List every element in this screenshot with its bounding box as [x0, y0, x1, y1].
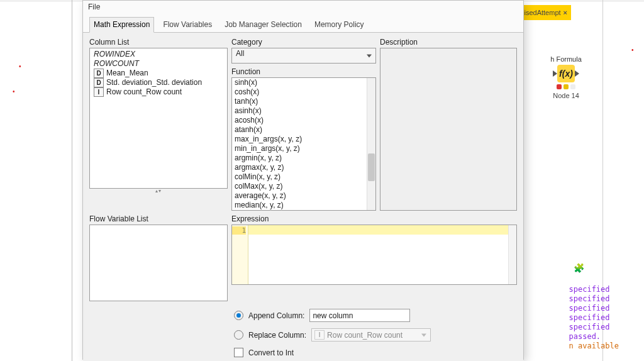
- column-item-text: Row count_Row count: [106, 87, 182, 97]
- column-item-mean[interactable]: D Mean_Mean: [92, 69, 225, 78]
- function-list[interactable]: sinh(x) cosh(x) tanh(x) asinh(x) acosh(x…: [231, 77, 376, 211]
- column-item-text: ROWINDEX: [94, 50, 135, 59]
- category-value: All: [236, 49, 244, 58]
- function-item[interactable]: sinh(x): [232, 78, 375, 87]
- type-double-icon: D: [94, 78, 104, 87]
- chevron-down-icon: [421, 333, 426, 336]
- flow-variable-section: Flow Variable List: [89, 214, 228, 301]
- node-output-port[interactable]: [575, 70, 579, 77]
- expression-label: Expression: [231, 214, 517, 225]
- append-column-value: new column: [313, 311, 353, 320]
- palette-icon[interactable]: 🧩: [574, 263, 584, 273]
- close-icon[interactable]: ×: [564, 9, 567, 16]
- function-item[interactable]: asinh(x): [232, 106, 375, 116]
- append-column-label: Append Column:: [248, 311, 304, 320]
- replace-column-value: Row count_Row count: [327, 331, 402, 340]
- log-line: specified: [569, 304, 619, 313]
- dialog-body: Column List ROWINDEX ROWCOUNT D Mean_Mea…: [83, 33, 523, 361]
- description-box: [380, 48, 517, 211]
- append-column-radio[interactable]: [234, 311, 243, 320]
- column-item-text: Std. deviation_Std. deviation: [106, 78, 202, 87]
- convert-to-int-checkbox[interactable]: [234, 348, 243, 357]
- status-warn-icon: [564, 84, 569, 89]
- function-item[interactable]: acosh(x): [232, 116, 375, 125]
- decoration-dot: •: [631, 47, 634, 53]
- function-item[interactable]: min_in_args(x, y, z): [232, 144, 375, 153]
- node-input-port[interactable]: [553, 70, 557, 77]
- function-item[interactable]: max_in_args(x, y, z): [232, 135, 375, 144]
- decoration-dot: •: [13, 88, 15, 95]
- column-item-std[interactable]: D Std. deviation_Std. deviation: [92, 78, 225, 87]
- category-function-section: Category All Function sinh(x) cosh(x) ta…: [231, 38, 376, 211]
- append-column-input[interactable]: new column: [309, 309, 410, 322]
- column-list[interactable]: ROWINDEX ROWCOUNT D Mean_Mean D Std. dev…: [89, 48, 228, 189]
- convert-to-int-label: Convert to Int: [248, 348, 294, 357]
- decoration-dot: •: [19, 63, 21, 70]
- tab-memory-policy[interactable]: Memory Policy: [311, 18, 368, 32]
- editor-tab-label: isedAttempt: [524, 9, 560, 16]
- status-blank-icon: [570, 84, 575, 89]
- log-line: passed.: [569, 332, 619, 342]
- status-red-icon: [557, 84, 562, 89]
- tab-strip: Math Expression Flow Variables Job Manag…: [83, 13, 523, 33]
- log-line: specified: [569, 294, 619, 304]
- replace-column-select[interactable]: I Row count_Row count: [311, 328, 431, 342]
- replace-column-radio[interactable]: [234, 330, 243, 340]
- column-item-rowcountcol[interactable]: I Row count_Row count: [92, 87, 225, 97]
- tab-flow-variables[interactable]: Flow Variables: [159, 18, 216, 32]
- flow-variable-label: Flow Variable List: [89, 214, 228, 225]
- expression-gutter: 1: [232, 225, 248, 284]
- append-column-row: Append Column: new column: [234, 309, 504, 322]
- type-int-icon: I: [94, 87, 104, 97]
- column-item-rowindex[interactable]: ROWINDEX: [92, 50, 225, 59]
- tab-job-manager[interactable]: Job Manager Selection: [221, 18, 306, 32]
- function-item[interactable]: cosh(x): [232, 87, 375, 97]
- expression-editor[interactable]: 1: [231, 225, 517, 285]
- scrollbar-thumb[interactable]: [368, 153, 375, 181]
- function-item[interactable]: tanh(x): [232, 97, 375, 106]
- column-list-label: Column List: [89, 38, 228, 48]
- function-scrollbar[interactable]: [367, 78, 375, 210]
- node-title-line: h Formula: [545, 55, 587, 64]
- function-item[interactable]: colMin(x, y, z): [232, 172, 375, 182]
- function-item[interactable]: colMax(x, y, z): [232, 182, 375, 191]
- column-item-text: Mean_Mean: [106, 69, 148, 78]
- function-item[interactable]: median(x, y, z): [232, 201, 375, 210]
- log-line: specified: [569, 323, 619, 332]
- expression-scrollbar[interactable]: [508, 225, 516, 284]
- current-line-highlight: [248, 225, 509, 235]
- expression-section: Expression 1: [231, 214, 517, 301]
- expression-textarea[interactable]: [248, 225, 516, 284]
- math-formula-node-icon: f(x): [557, 65, 575, 82]
- function-item[interactable]: average(x, y, z): [232, 191, 375, 201]
- console-log: specified specified specified specified …: [569, 285, 619, 351]
- output-options: Append Column: new column Replace Column…: [89, 305, 517, 358]
- flow-variable-list[interactable]: [89, 225, 228, 301]
- description-section: Description: [380, 38, 517, 211]
- math-expression-dialog: File Math Expression Flow Variables Job …: [82, 0, 524, 360]
- split-handle[interactable]: ▴▾: [89, 189, 228, 192]
- function-label: Function: [231, 67, 376, 77]
- description-label: Description: [380, 38, 517, 48]
- file-menu[interactable]: File: [88, 3, 100, 11]
- column-list-section: Column List ROWINDEX ROWCOUNT D Mean_Mea…: [89, 38, 228, 211]
- function-item[interactable]: argmin(x, y, z): [232, 153, 375, 163]
- workflow-node-math-formula[interactable]: h Formula f(x) Node 14: [545, 55, 587, 99]
- node-status-row: [545, 84, 587, 89]
- type-int-icon: I: [314, 330, 325, 340]
- editor-tab-revised-attempt[interactable]: isedAttempt ×: [520, 5, 571, 20]
- tab-math-expression[interactable]: Math Expression: [89, 17, 154, 33]
- category-label: Category: [231, 38, 376, 48]
- replace-column-row: Replace Column: I Row count_Row count: [234, 328, 504, 342]
- radio-selected-dot: [236, 313, 241, 318]
- column-item-text: ROWCOUNT: [94, 59, 139, 69]
- type-double-icon: D: [94, 69, 104, 78]
- log-line: specified: [569, 313, 619, 323]
- function-item[interactable]: argmax(x, y, z): [232, 163, 375, 172]
- category-select[interactable]: All: [231, 48, 376, 64]
- column-item-rowcount[interactable]: ROWCOUNT: [92, 59, 225, 69]
- function-item[interactable]: atanh(x): [232, 125, 375, 135]
- log-line: specified: [569, 285, 619, 294]
- convert-to-int-row: Convert to Int: [234, 348, 504, 357]
- node-label: Node 14: [545, 92, 587, 99]
